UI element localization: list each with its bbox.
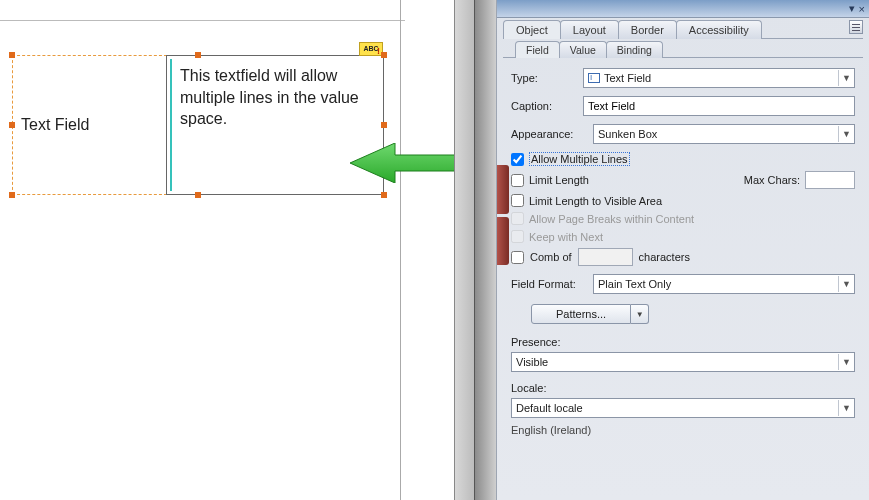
comb-characters-label: characters xyxy=(639,251,690,263)
locale-resolved-text: English (Ireland) xyxy=(511,424,855,436)
resize-handle[interactable] xyxy=(381,122,387,128)
max-chars-label: Max Chars: xyxy=(744,174,800,186)
top-tab-row: Object Layout Border Accessibility xyxy=(497,18,869,38)
appearance-value: Sunken Box xyxy=(598,128,657,140)
page-edge-guide xyxy=(400,0,401,500)
text-field-value-area[interactable]: ABC This textfield will allow multiple l… xyxy=(166,55,384,195)
patterns-row: Patterns... ▼ xyxy=(511,304,855,324)
allow-multiple-lines-label[interactable]: Allow Multiple Lines xyxy=(529,152,630,166)
chevron-down-icon: ▼ xyxy=(838,70,854,86)
patterns-button-label: Patterns... xyxy=(531,304,631,324)
ruler-guide-horizontal xyxy=(0,20,405,21)
presence-value: Visible xyxy=(516,356,548,368)
caption-label: Caption: xyxy=(511,100,575,112)
caption-row: Caption: xyxy=(511,96,855,116)
panel-menu-icon[interactable]: ▾ xyxy=(849,2,855,15)
appearance-label: Appearance: xyxy=(511,128,585,140)
chevron-down-icon: ▼ xyxy=(838,400,854,416)
panel-body: Type: Text Field ▼ Caption: Appearance: … xyxy=(497,58,869,446)
tab-accessibility[interactable]: Accessibility xyxy=(676,20,762,39)
patterns-split-icon[interactable]: ▼ xyxy=(631,304,649,324)
appearance-dropdown[interactable]: Sunken Box ▼ xyxy=(593,124,855,144)
limit-visible-label: Limit Length to Visible Area xyxy=(529,195,662,207)
patterns-button[interactable]: Patterns... ▼ xyxy=(531,304,649,324)
caption-input[interactable] xyxy=(583,96,855,116)
text-field-caption-area[interactable]: Text Field xyxy=(12,55,167,195)
comb-row: Comb of characters xyxy=(511,248,855,266)
design-canvas[interactable]: Text Field ABC This textfield will allow… xyxy=(0,0,474,500)
panel-close-icon[interactable]: × xyxy=(859,3,865,15)
keep-next-label: Keep with Next xyxy=(529,231,603,243)
object-properties-panel: ▾ × Object Layout Border Accessibility F… xyxy=(496,0,869,500)
limit-length-label: Limit Length xyxy=(529,174,589,186)
tab-value[interactable]: Value xyxy=(559,41,607,58)
locale-dropdown[interactable]: Default locale ▼ xyxy=(511,398,855,418)
field-format-label: Field Format: xyxy=(511,278,585,290)
panel-titlebar[interactable]: ▾ × xyxy=(497,0,869,18)
resize-handle[interactable] xyxy=(9,192,15,198)
text-field-caption-text: Text Field xyxy=(21,116,89,134)
type-dropdown[interactable]: Text Field ▼ xyxy=(583,68,855,88)
validation-badge-icon: ABC xyxy=(359,42,383,56)
chevron-down-icon: ▼ xyxy=(838,126,854,142)
appearance-row: Appearance: Sunken Box ▼ xyxy=(511,124,855,144)
tab-border[interactable]: Border xyxy=(618,20,677,39)
panel-options-icon[interactable] xyxy=(849,20,863,34)
page-breaks-checkbox xyxy=(511,212,524,225)
resize-handle[interactable] xyxy=(9,122,15,128)
field-format-value: Plain Text Only xyxy=(598,278,671,290)
text-field-value-text: This textfield will allow multiple lines… xyxy=(170,59,380,191)
keep-next-checkbox xyxy=(511,230,524,243)
limit-length-checkbox[interactable] xyxy=(511,174,524,187)
locale-value: Default locale xyxy=(516,402,583,414)
sub-tab-row: Field Value Binding xyxy=(497,39,869,57)
text-field-object[interactable]: Text Field ABC This textfield will allow… xyxy=(12,55,384,195)
resize-handle[interactable] xyxy=(195,192,201,198)
locale-label: Locale: xyxy=(511,382,855,394)
tab-binding[interactable]: Binding xyxy=(606,41,663,58)
allow-multiple-lines-row: Allow Multiple Lines xyxy=(511,152,855,166)
tab-object[interactable]: Object xyxy=(503,20,561,39)
comb-checkbox[interactable] xyxy=(511,251,524,264)
tab-layout[interactable]: Layout xyxy=(560,20,619,39)
comb-count-input xyxy=(578,248,633,266)
field-format-dropdown[interactable]: Plain Text Only ▼ xyxy=(593,274,855,294)
panel-splitter[interactable] xyxy=(474,0,496,500)
comb-label: Comb of xyxy=(530,251,572,263)
keep-next-row: Keep with Next xyxy=(511,230,855,243)
type-label: Type: xyxy=(511,72,575,84)
presence-dropdown[interactable]: Visible ▼ xyxy=(511,352,855,372)
chevron-down-icon: ▼ xyxy=(838,354,854,370)
resize-handle[interactable] xyxy=(195,52,201,58)
vertical-divider xyxy=(454,0,474,500)
page-breaks-row: Allow Page Breaks within Content xyxy=(511,212,855,225)
type-row: Type: Text Field ▼ xyxy=(511,68,855,88)
resize-handle[interactable] xyxy=(381,192,387,198)
tab-field[interactable]: Field xyxy=(515,41,560,58)
limit-visible-checkbox[interactable] xyxy=(511,194,524,207)
page-breaks-label: Allow Page Breaks within Content xyxy=(529,213,694,225)
limit-length-row: Limit Length Max Chars: xyxy=(511,171,855,189)
presence-label: Presence: xyxy=(511,336,855,348)
resize-handle[interactable] xyxy=(381,52,387,58)
limit-visible-row: Limit Length to Visible Area xyxy=(511,194,855,207)
resize-handle[interactable] xyxy=(9,52,15,58)
text-field-icon xyxy=(588,73,600,83)
field-format-row: Field Format: Plain Text Only ▼ xyxy=(511,274,855,294)
allow-multiple-lines-checkbox[interactable] xyxy=(511,153,524,166)
chevron-down-icon: ▼ xyxy=(838,276,854,292)
type-value: Text Field xyxy=(604,72,651,84)
max-chars-input[interactable] xyxy=(805,171,855,189)
